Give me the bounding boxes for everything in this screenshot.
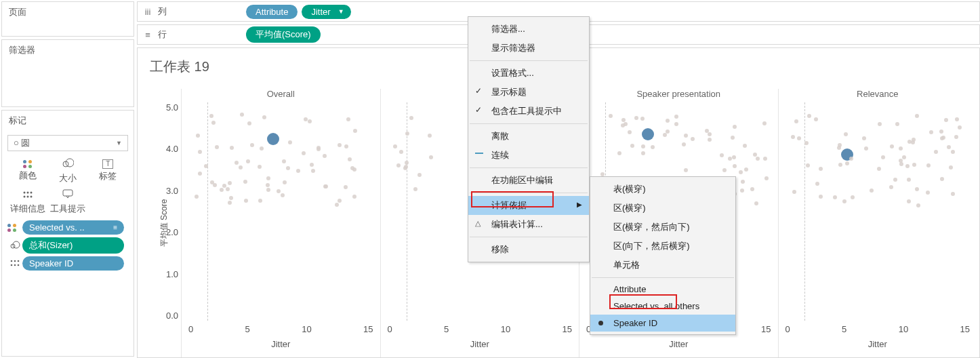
rows-label: 行 (158, 28, 246, 41)
marks-label: 标记 (2, 111, 134, 131)
marks-color-button[interactable]: 颜色 (7, 155, 47, 186)
y-axis: 平均值 Score 5.0 4.0 3.0 2.0 1.0 0.0 (147, 89, 181, 357)
color-icon (23, 160, 33, 168)
svg-point-13 (18, 260, 20, 262)
pages-label: 页面 (2, 2, 134, 22)
pill-avg-score[interactable]: 平均值(Score) (246, 26, 321, 43)
svg-point-3 (26, 192, 28, 194)
svg-point-15 (14, 264, 16, 266)
submenu-attribute[interactable]: Attribute (590, 281, 735, 298)
menu-edit-in-shelf[interactable]: 在功能区中编辑 (468, 171, 589, 190)
submenu-pane-down-across[interactable]: 区(向下，然后横穿) (590, 237, 735, 256)
marks-card: 标记 ○ 圆 ▼ 颜色 大小 T (1, 110, 134, 357)
compute-using-submenu[interactable]: 表(横穿) 区(横穿) 区(横穿，然后向下) 区(向下，然后横穿) 单元格 At… (590, 176, 736, 335)
mark-type-dropdown[interactable]: ○ 圆 ▼ (7, 135, 128, 151)
delta-icon: △ (475, 219, 481, 228)
size-icon (7, 240, 22, 252)
continuous-icon (475, 153, 483, 154)
mark-pill-sizer[interactable]: 总和(Sizer) (7, 237, 128, 254)
submenu-pane-across[interactable]: 区(横穿) (590, 199, 735, 218)
menu-discrete[interactable]: 离散 (468, 127, 589, 146)
pill-context-menu[interactable]: 筛选器... 显示筛选器 设置格式... ✓显示标题 ✓包含在工具提示中 离散 … (468, 16, 590, 262)
menu-show-filter[interactable]: 显示筛选器 (468, 39, 589, 58)
svg-point-11 (11, 260, 13, 262)
size-icon (62, 157, 74, 171)
submenu-pane-across-down[interactable]: 区(横穿，然后向下) (590, 218, 735, 237)
pill-jitter[interactable]: Jitter▼ (302, 5, 350, 19)
submenu-selected-vs[interactable]: Selected vs. all others (590, 298, 735, 315)
mark-type-value: ○ 圆 (14, 137, 30, 149)
menu-edit-table-calc[interactable]: △编辑表计算... (468, 215, 589, 234)
svg-point-1 (66, 159, 74, 167)
menu-include-tooltip[interactable]: ✓包含在工具提示中 (468, 102, 589, 121)
svg-point-14 (11, 264, 13, 266)
pill-attribute[interactable]: Attribute (246, 5, 298, 19)
submenu-table-across[interactable]: 表(横穿) (590, 180, 735, 199)
pages-shelf[interactable]: 页面 (1, 1, 134, 37)
menu-compute-using[interactable]: 计算依据▶ (468, 196, 589, 215)
marks-detail-button[interactable]: 详细信息 (7, 186, 47, 218)
submenu-speaker-id[interactable]: Speaker ID (590, 315, 735, 332)
svg-rect-8 (63, 190, 73, 196)
facet-relevance: Relevance 051015 Jitter (778, 89, 977, 357)
facet-overall: Overall 051015 Jitter (181, 89, 380, 357)
svg-point-4 (30, 192, 32, 194)
menu-filter[interactable]: 筛选器... (468, 20, 589, 39)
filters-label: 筛选器 (2, 40, 134, 60)
columns-label: 列 (158, 5, 246, 18)
marks-tooltip-button[interactable]: 工具提示 (47, 186, 87, 218)
svg-point-16 (18, 264, 20, 266)
svg-point-2 (23, 192, 25, 194)
chevron-down-icon: ▼ (338, 8, 344, 15)
submenu-cell[interactable]: 单元格 (590, 256, 735, 275)
mark-pill-selected[interactable]: Selected vs. ..≡ (7, 220, 128, 235)
svg-point-7 (30, 196, 32, 198)
detail-icon (7, 259, 22, 268)
menu-continuous[interactable]: 连续 (468, 146, 589, 165)
check-icon: ✓ (475, 86, 482, 96)
tooltip-icon (62, 189, 73, 201)
color-icon (7, 224, 22, 232)
label-icon: T (102, 159, 113, 169)
marks-size-button[interactable]: 大小 (47, 155, 87, 186)
detail-icon (22, 189, 33, 201)
filters-shelf[interactable]: 筛选器 (1, 39, 134, 107)
marks-label-button[interactable]: T 标签 (88, 155, 128, 186)
menu-show-header[interactable]: ✓显示标题 (468, 83, 589, 102)
bullet-icon (598, 321, 603, 325)
check-icon: ✓ (475, 105, 482, 115)
chevron-down-icon: ▼ (116, 140, 122, 146)
menu-format[interactable]: 设置格式... (468, 64, 589, 83)
svg-point-5 (23, 196, 25, 198)
columns-icon: iii (138, 7, 158, 17)
svg-point-12 (14, 260, 16, 262)
rows-icon: ≡ (138, 30, 158, 40)
chevron-right-icon: ▶ (577, 201, 582, 208)
svg-point-6 (26, 196, 28, 198)
mark-pill-speaker[interactable]: Speaker ID (7, 256, 128, 271)
menu-remove[interactable]: 移除 (468, 240, 589, 259)
